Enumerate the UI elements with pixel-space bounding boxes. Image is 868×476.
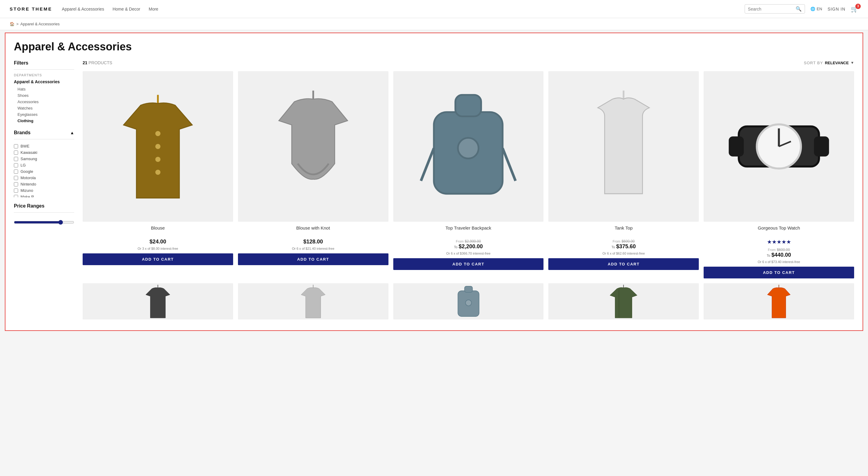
product-image-partial[interactable]	[393, 283, 544, 320]
main-nav: Apparel & Accessories Home & Decor More	[62, 7, 735, 11]
product-image-partial[interactable]	[704, 283, 854, 320]
product-price-block: $128.00	[238, 239, 389, 245]
product-image-partial[interactable]	[83, 283, 233, 320]
home-icon[interactable]: 🏠	[10, 22, 14, 26]
search-input[interactable]	[748, 7, 794, 11]
nav-more[interactable]: More	[149, 7, 158, 11]
products-toolbar: 21 PRODUCTS SORT BY RELEVANCE ▼	[83, 60, 854, 65]
product-image-partial[interactable]	[238, 283, 389, 320]
header-right: 🔍 🌐 EN SIGN IN 🛒 3	[745, 4, 858, 13]
brand-item-google[interactable]: Google	[14, 168, 74, 175]
lang-label: EN	[817, 7, 822, 11]
breadcrumb-current[interactable]: Apparel & Accessories	[21, 22, 60, 26]
brand-checkbox[interactable]	[14, 170, 18, 174]
product-card-2: Top Traveler Backpack From $2,900.00 To …	[393, 71, 544, 278]
product-card-row2-1	[238, 283, 389, 323]
sort-dropdown-icon[interactable]: ▼	[850, 61, 854, 65]
header: STORE THEME Apparel & Accessories Home &…	[0, 0, 868, 18]
product-image[interactable]	[238, 71, 389, 222]
svg-point-4	[155, 170, 160, 175]
product-image-partial[interactable]	[548, 283, 699, 320]
sidebar-divider	[14, 69, 74, 70]
price-slider[interactable]	[14, 220, 74, 225]
brand-item-samsung[interactable]: Samsung	[14, 156, 74, 162]
price-ranges-title: Price Ranges	[14, 203, 74, 209]
store-logo[interactable]: STORE THEME	[10, 6, 52, 11]
brand-checkbox[interactable]	[14, 144, 18, 148]
nav-home-decor[interactable]: Home & Decor	[113, 7, 140, 11]
product-card-4: Gorgeous Top Watch ★★★★★ From $600.00 To…	[704, 71, 854, 278]
svg-point-7	[458, 138, 478, 158]
add-to-cart-button[interactable]: ADD TO CART	[238, 254, 389, 265]
price-section: Price Ranges	[14, 203, 74, 226]
brands-title: Brands ▲	[14, 130, 74, 136]
svg-rect-16	[728, 136, 744, 156]
product-name: Top Traveler Backpack	[393, 225, 544, 236]
brand-item-make-r[interactable]: Make R	[14, 194, 74, 197]
dept-child-accessories[interactable]: Accessories	[14, 99, 74, 105]
svg-rect-17	[814, 136, 829, 156]
add-to-cart-button[interactable]: ADD TO CART	[548, 258, 699, 270]
product-grid: Blouse $24.00 Or 3 x of $8.00 interest-f…	[83, 71, 854, 278]
svg-rect-8	[456, 95, 482, 116]
brand-item-nintendo[interactable]: Nintendo	[14, 181, 74, 187]
svg-point-21	[465, 300, 471, 306]
product-installment: Or 3 x of $8.00 interest-free	[83, 247, 233, 250]
product-stars: ★★★★★	[704, 239, 854, 245]
product-card-row2-3	[548, 283, 699, 323]
brands-collapse-icon[interactable]: ▲	[70, 130, 74, 135]
brand-checkbox[interactable]	[14, 163, 18, 168]
svg-point-3	[155, 157, 160, 162]
product-price-block: From $600.00 To $440.00	[704, 247, 854, 258]
sort-value: RELEVANCE	[825, 61, 849, 65]
dept-child-watches[interactable]: Watches	[14, 105, 74, 111]
brand-item-mizuno[interactable]: Mizuno	[14, 187, 74, 194]
add-to-cart-button[interactable]: ADD TO CART	[83, 254, 233, 265]
search-box[interactable]: 🔍	[745, 4, 805, 13]
product-image[interactable]	[704, 71, 854, 222]
sort-control[interactable]: SORT BY RELEVANCE ▼	[804, 61, 854, 65]
price-divider	[14, 212, 74, 213]
brands-section: Brands ▲ BWE Kawasaki Samsung LG Google …	[14, 130, 74, 197]
product-name: Blouse with Knot	[238, 225, 389, 236]
brand-checkbox[interactable]	[14, 151, 18, 155]
dept-child-shoes[interactable]: Shoes	[14, 92, 74, 99]
brand-item-kawasaki[interactable]: Kawasaki	[14, 149, 74, 156]
brand-checkbox[interactable]	[14, 157, 18, 161]
dept-child-hats[interactable]: Hats	[14, 86, 74, 92]
nav-apparel[interactable]: Apparel & Accessories	[62, 7, 104, 11]
svg-point-1	[155, 131, 160, 136]
sidebar: Filters Departments Apparel & Accessorie…	[14, 60, 74, 323]
brand-item-lg[interactable]: LG	[14, 162, 74, 168]
brand-checkbox[interactable]	[14, 176, 18, 180]
product-card-row2-2	[393, 283, 544, 323]
brand-item-motorola[interactable]: Motorola	[14, 175, 74, 181]
product-image[interactable]	[83, 71, 233, 222]
product-name: Gorgeous Top Watch	[704, 225, 854, 236]
product-card-1: Blouse with Knot $128.00 Or 6 x of $21.4…	[238, 71, 389, 278]
dept-child-clothing[interactable]: Clothing	[14, 118, 74, 124]
product-card-row2-4	[704, 283, 854, 323]
add-to-cart-button[interactable]: ADD TO CART	[393, 258, 544, 270]
brand-checkbox[interactable]	[14, 188, 18, 193]
product-image[interactable]	[393, 71, 544, 222]
cart-button[interactable]: 🛒 3	[851, 5, 858, 13]
dept-parent[interactable]: Apparel & Accessories	[14, 79, 74, 84]
page-title: Apparel & Accessories	[14, 40, 854, 53]
brand-item-bwe[interactable]: BWE	[14, 143, 74, 149]
language-selector[interactable]: 🌐 EN	[810, 7, 822, 11]
product-image[interactable]	[548, 71, 699, 222]
brand-checkbox[interactable]	[14, 195, 18, 198]
product-installment: Or 6 x of $62.60 interest-free	[548, 251, 699, 255]
svg-point-2	[155, 144, 160, 149]
brand-checkbox[interactable]	[14, 182, 18, 186]
product-name: Tank Top	[548, 225, 699, 236]
product-installment: Or 6 x of $73.40 interest-free	[704, 260, 854, 264]
sign-in-button[interactable]: SIGN IN	[828, 7, 845, 11]
dept-child-eyeglasses[interactable]: Eyeglasses	[14, 111, 74, 118]
search-icon[interactable]: 🔍	[796, 6, 802, 12]
product-card-0: Blouse $24.00 Or 3 x of $8.00 interest-f…	[83, 71, 233, 278]
product-grid-row2	[83, 283, 854, 323]
add-to-cart-button[interactable]: ADD TO CART	[704, 267, 854, 278]
product-price-block: From $2,900.00 To $2,200.00	[393, 239, 544, 250]
